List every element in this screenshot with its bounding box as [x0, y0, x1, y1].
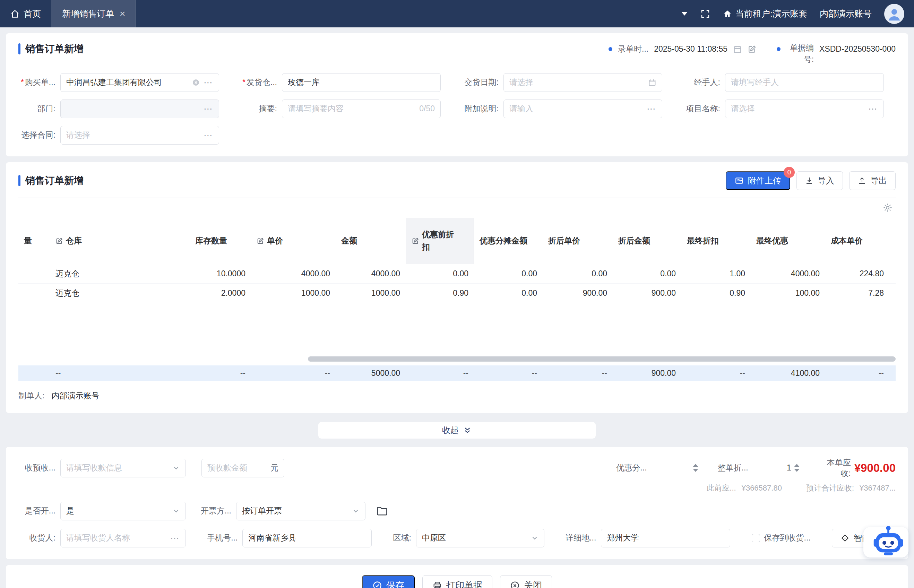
robot-assistant-icon[interactable]: [870, 524, 906, 560]
attachment-upload-button[interactable]: 附件上传 0: [726, 171, 790, 190]
stepper-arrows-icon[interactable]: [693, 464, 698, 472]
buyer-label: 购买单...: [18, 77, 60, 88]
advance-select[interactable]: 请填写收款信息: [60, 459, 186, 477]
print-button[interactable]: 打印单据: [422, 575, 493, 588]
save-to-consignee-option[interactable]: 保存到收货...: [752, 533, 811, 543]
column-header-11[interactable]: 成本单价: [825, 218, 890, 264]
folder-icon[interactable]: [376, 505, 388, 517]
address-value: 郑州大学: [607, 533, 639, 543]
table-cell: 迈克仓: [50, 264, 190, 283]
entry-time-value: 2025-05-30 11:08:55: [654, 42, 727, 55]
column-header-6[interactable]: 优惠分摊金额: [474, 218, 543, 264]
column-header-3[interactable]: 单价: [251, 218, 336, 264]
column-header-7[interactable]: 折后单价: [543, 218, 613, 264]
title-accent-bar: [18, 175, 21, 186]
tab-new-sales-order[interactable]: 新增销售订单 ×: [52, 0, 136, 27]
column-header-5[interactable]: 优惠前折扣: [406, 218, 474, 264]
phone-input[interactable]: 河南省新乡县: [242, 529, 372, 548]
column-header-8[interactable]: 折后金额: [613, 218, 681, 264]
table-row[interactable]: 迈克仓2.00001000.001000.000.900.00900.00900…: [18, 284, 896, 303]
close-button[interactable]: 关闭: [500, 575, 552, 588]
page-title: 销售订单新增: [25, 42, 84, 55]
field-extra-note: 附加说明: 请输入 ⋯: [462, 100, 662, 118]
project-placeholder: 请选择: [731, 103, 755, 114]
order-discount-label: 整单折...: [718, 462, 753, 473]
import-button[interactable]: 导入: [796, 171, 843, 190]
avatar[interactable]: [884, 4, 904, 24]
consignee-input[interactable]: 请填写收货人名称 ⋯: [60, 529, 186, 548]
table-row[interactable]: 迈克仓10.00004000.004000.000.000.000.000.00…: [18, 264, 896, 284]
contract-input[interactable]: 请选择 ⋯: [60, 126, 219, 145]
column-header-1[interactable]: 仓库: [50, 218, 190, 264]
table-cell: 0.00: [474, 264, 543, 283]
scrollbar-thumb[interactable]: [308, 356, 896, 362]
advance-amount-input[interactable]: 预收款金额 元: [202, 459, 284, 477]
summary-cell: --: [406, 365, 474, 381]
fullscreen-icon[interactable]: [700, 9, 711, 19]
table-settings-gear-icon[interactable]: [882, 202, 893, 213]
tab-close-icon[interactable]: ×: [119, 8, 125, 19]
warehouse-input[interactable]: 玫德一库: [282, 73, 441, 92]
handler-input[interactable]: 请填写经手人: [725, 73, 884, 92]
project-more-icon[interactable]: ⋯: [868, 104, 878, 113]
table-cell: 900.00: [613, 284, 681, 303]
clear-icon[interactable]: [192, 78, 200, 87]
region-label: 区域:: [393, 533, 416, 543]
table-cell: 1000.00: [251, 284, 336, 303]
project-input[interactable]: 请选择 ⋯: [725, 100, 884, 118]
entry-time-dot: [609, 47, 612, 51]
column-header-0[interactable]: 量: [18, 218, 50, 264]
phone-label: 手机号...: [207, 533, 242, 543]
column-header-9[interactable]: 最终折扣: [681, 218, 751, 264]
export-button[interactable]: 导出: [849, 171, 896, 190]
address-input[interactable]: 郑州大学: [601, 529, 730, 548]
order-items-card: 销售订单新增 附件上传 0 导入 导出: [6, 162, 908, 413]
summary-cell: --: [681, 365, 751, 381]
chevron-down-icon: [531, 534, 538, 542]
department-more-icon[interactable]: ⋯: [203, 104, 213, 113]
assistant-widget[interactable]: [856, 524, 908, 560]
summary-input[interactable]: 请填写摘要内容 0/50: [282, 100, 441, 118]
contract-more-icon[interactable]: ⋯: [203, 131, 213, 140]
table-cell: 0.00: [613, 264, 681, 283]
phone-value: 河南省新乡县: [248, 533, 296, 543]
column-header-10[interactable]: 最终优惠: [751, 218, 825, 264]
department-label: 部门:: [18, 103, 60, 114]
save-to-consignee-checkbox[interactable]: [752, 534, 760, 542]
tab-strip: 首页 新增销售订单 ×: [0, 0, 136, 27]
order-discount-stepper[interactable]: 1: [753, 463, 799, 473]
region-select[interactable]: 中原区: [416, 529, 544, 548]
column-header-4[interactable]: 金额: [336, 218, 406, 264]
edit-time-icon[interactable]: [748, 45, 757, 54]
column-header-2[interactable]: 库存数量: [190, 218, 251, 264]
previous-due-value: ¥366587.80: [742, 484, 782, 493]
stepper-arrows-icon[interactable]: [794, 464, 799, 472]
items-section-title: 销售订单新增: [25, 174, 84, 187]
consignee-more-icon[interactable]: ⋯: [170, 533, 180, 543]
due-label: 本单应收:: [819, 457, 851, 479]
buyer-more-icon[interactable]: ⋯: [203, 78, 213, 87]
buyer-input[interactable]: 中润昌弘建工集团有限公司 ⋯: [60, 73, 219, 92]
invoice-method-select[interactable]: 按订单开票: [236, 502, 365, 520]
extra-note-more-icon[interactable]: ⋯: [647, 104, 656, 113]
buyer-value: 中润昌弘建工集团有限公司: [66, 77, 162, 88]
printer-icon: [433, 581, 442, 588]
save-button[interactable]: 保存: [362, 575, 415, 588]
invoice-select[interactable]: 是: [60, 502, 186, 520]
summary-cell: 900.00: [613, 365, 681, 381]
attachment-badge: 0: [784, 167, 795, 178]
delivery-date-input[interactable]: 请选择: [504, 73, 662, 92]
chevron-down-icon: [172, 507, 180, 515]
discount-share-stepper[interactable]: [652, 464, 698, 472]
department-input[interactable]: ⋯: [60, 100, 219, 118]
tab-home[interactable]: 首页: [0, 0, 52, 27]
tabs-dropdown-caret-icon[interactable]: [681, 12, 688, 16]
tenant-house-icon: [723, 10, 732, 18]
calendar-icon[interactable]: [733, 45, 742, 54]
collapse-toggle[interactable]: 收起: [318, 422, 596, 439]
table-horizontal-scrollbar[interactable]: [18, 356, 896, 362]
attachment-icon: [735, 176, 744, 185]
extra-note-input[interactable]: 请输入 ⋯: [504, 100, 662, 118]
field-summary: 摘要: 请填写摘要内容 0/50: [240, 100, 441, 118]
warehouse-label: 发货仓...: [240, 77, 282, 88]
